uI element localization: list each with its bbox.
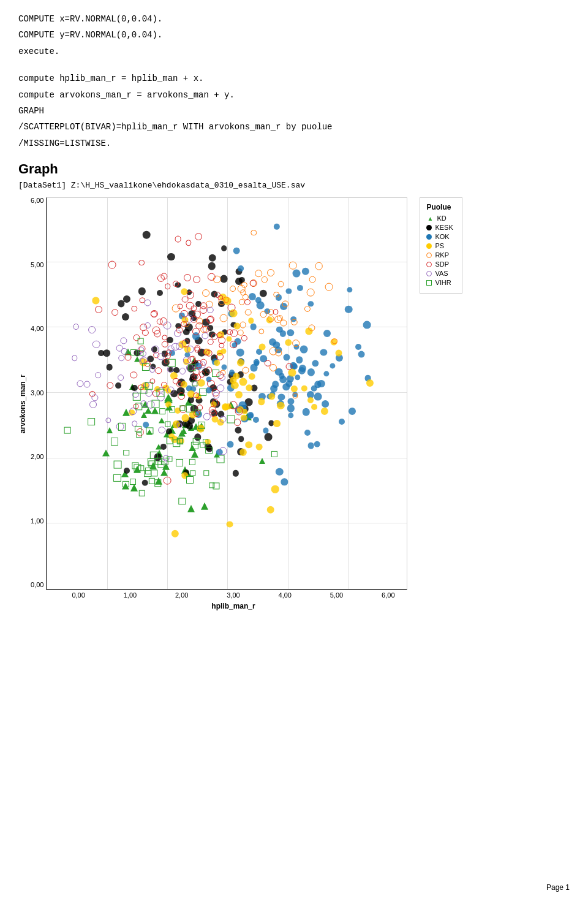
scatter-dot [102, 449, 110, 456]
scatter-dot [194, 374, 201, 381]
scatter-dot [238, 265, 244, 272]
scatter-dot [271, 451, 277, 457]
scatter-dot [162, 341, 168, 348]
scatter-dot [89, 401, 97, 408]
scatter-dot [278, 393, 285, 400]
scatter-dot [92, 297, 99, 304]
scatter-dot [268, 393, 275, 400]
scatter-dot [160, 444, 167, 450]
scatter-dot [237, 359, 244, 367]
scatter-dot [303, 408, 311, 416]
scatter-dot [118, 355, 124, 361]
scatter-dot [142, 363, 149, 371]
scatter-dot [106, 364, 113, 371]
scatter-dot [339, 419, 345, 425]
legend-item-sdp: SDP [426, 260, 456, 268]
scatter-dot [156, 389, 164, 397]
dataset-label: [DataSet1] Z:\H_HS_vaalikone\ehdokasdata… [18, 181, 570, 190]
scatter-dot [347, 287, 352, 292]
scatter-dot [241, 335, 247, 341]
scatter-dot [187, 505, 195, 512]
scatter-dot [173, 281, 179, 287]
legend-item-kd: ▲ KD [426, 215, 456, 222]
scatter-dot [285, 339, 292, 346]
scatter-dot [255, 270, 262, 278]
code-line-7: GRAPH [18, 104, 570, 118]
plot-box [46, 197, 407, 590]
scatter-dot [243, 367, 249, 373]
scatter-dot [274, 224, 280, 230]
scatter-dot [168, 359, 176, 367]
scatter-dot [281, 479, 288, 485]
scatter-dot [118, 374, 124, 381]
scatter-dot [193, 438, 200, 445]
scatter-dot [293, 270, 301, 278]
scatter-dot [307, 368, 315, 376]
scatter-dot [287, 329, 294, 336]
scatter-dot [201, 503, 208, 510]
scatter-dot [233, 470, 239, 476]
scatter-dot [192, 381, 198, 387]
scatter-dot [258, 398, 265, 405]
scatter-dot [239, 449, 247, 456]
scatter-dot [83, 381, 90, 387]
scatter-dot [195, 409, 201, 414]
scatter-dot [331, 338, 337, 344]
scatter-dot [235, 427, 242, 434]
code-line-8: /SCATTERPLOT(BIVAR)=hplib_man_r WITH arv… [18, 120, 570, 134]
scatter-dot [322, 401, 329, 408]
scatter-dot [133, 393, 140, 400]
scatter-dot [307, 443, 314, 449]
scatter-dot [130, 349, 137, 355]
scatter-dot [323, 371, 329, 376]
scatter-dot [285, 363, 292, 370]
scatter-dot [257, 302, 265, 310]
scatter-dot [273, 420, 281, 427]
scatter-dot [227, 441, 234, 447]
scatter-dot [230, 341, 237, 348]
scatter-dot [308, 325, 315, 332]
scatter-dot [212, 370, 219, 377]
scatter-dot [298, 367, 306, 374]
code-line-5: compute hplib_man_r = hplib_man + x. [18, 72, 570, 85]
scatter-dot [135, 403, 142, 409]
scatter-dot [95, 306, 102, 313]
scatter-dot [219, 343, 224, 348]
scatter-dot [145, 322, 151, 329]
scatter-dot [208, 254, 216, 262]
scatter-dot [267, 269, 274, 276]
code-line-3: execute. [18, 45, 570, 58]
scatter-dot [77, 380, 84, 387]
scatter-dot [271, 485, 279, 493]
scatter-dot [118, 300, 124, 307]
scatter-dot [176, 437, 183, 444]
graph-heading: Graph [18, 161, 570, 177]
scatter-dot [265, 360, 271, 367]
scatter-dot [273, 292, 279, 298]
scatter-dot [207, 307, 214, 314]
scatter-dot [330, 363, 335, 368]
scatter-dot [245, 309, 252, 316]
scatter-dot [280, 320, 287, 327]
scatter-dot [92, 394, 99, 401]
scatter-dot [220, 275, 228, 283]
scatter-dot [148, 458, 155, 466]
scatter-dot [132, 462, 139, 469]
scatter-dot [142, 329, 148, 335]
scatter-dot [186, 302, 194, 310]
scatter-dot [288, 369, 296, 377]
scatter-dot [253, 417, 259, 423]
scatter-dot [323, 330, 331, 337]
scatter-dot [64, 427, 71, 434]
scatter-dot [189, 459, 195, 465]
scatter-dot [116, 382, 122, 389]
legend-item-rkp: RKP [426, 251, 456, 259]
scatter-dot [301, 385, 307, 391]
x-tick-5: 5,00 [311, 591, 362, 599]
scatter-dot [288, 412, 293, 418]
scatter-dot [251, 230, 257, 236]
scatter-dot [138, 350, 143, 355]
scatter-dot [254, 360, 259, 366]
scatter-dot [235, 391, 243, 398]
scatter-dot [220, 416, 227, 423]
